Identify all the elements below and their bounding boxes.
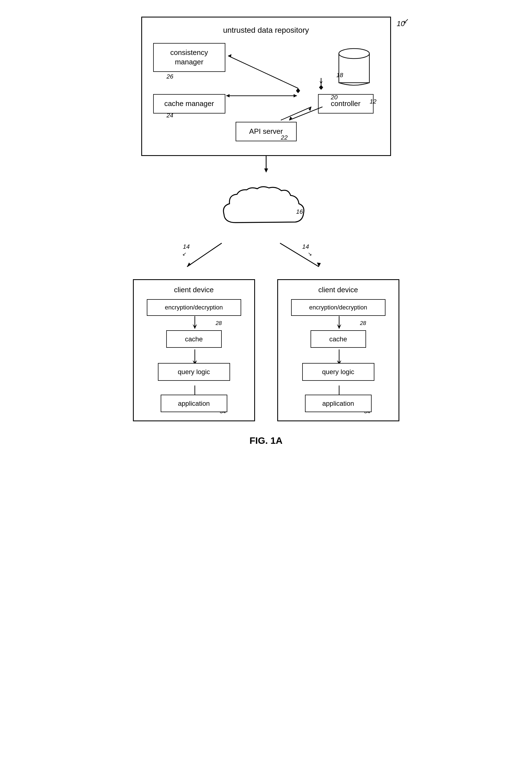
cache-label-1: cache [185, 335, 203, 343]
udr-to-network-arrow [252, 156, 280, 178]
svg-point-20 [339, 49, 369, 59]
enc-dec-label-1: encryption/decryption [165, 304, 223, 311]
client-device-1-label: client device [142, 286, 246, 294]
svg-text:14: 14 [183, 243, 190, 250]
svg-marker-25 [187, 263, 191, 267]
cache-box-1: cache [166, 330, 222, 348]
application-box-2: application [305, 395, 372, 412]
cache-box-2: cache [311, 330, 366, 348]
figure-label: FIG. 1A [249, 435, 283, 446]
cache-manager-box: cache manager [153, 94, 225, 114]
application-label-1: application [178, 400, 210, 407]
svg-text:16: 16 [296, 208, 303, 215]
client-device-2-label: client device [286, 286, 390, 294]
consistency-manager-label: consistencymanager [170, 48, 208, 66]
application-box-1: application [161, 395, 227, 412]
consistency-manager-box: consistencymanager [153, 43, 225, 72]
query-logic-box-1: query logic [158, 363, 230, 381]
network-cloud: 16 [213, 184, 319, 238]
svg-line-26 [280, 243, 319, 267]
cache-label-2: cache [329, 335, 347, 343]
client-device-1: client device 28 30 [133, 279, 255, 421]
clients-row: client device 28 30 [100, 279, 433, 421]
cloud-svg: 16 [213, 184, 319, 236]
udr-label: untrusted data repository [153, 26, 379, 35]
controller-box: controller [318, 94, 374, 114]
svg-text:↙: ↙ [182, 251, 186, 257]
client2-inner: encryption/decryption cache query logic … [286, 299, 390, 412]
enc-dec-box-2: encryption/decryption [291, 299, 385, 316]
api-server-box: API server [236, 122, 297, 141]
svg-marker-22 [264, 168, 268, 173]
api-server-label: API server [249, 127, 283, 135]
enc-dec-box-1: encryption/decryption [147, 299, 241, 316]
cache-manager-label: cache manager [164, 99, 214, 108]
svg-text:14: 14 [302, 243, 309, 250]
application-label-2: application [322, 400, 354, 407]
main-diagram: 10 ↙ untrusted data repository [72, 17, 460, 446]
svg-line-24 [187, 243, 222, 267]
client1-inner: encryption/decryption cache query logic … [142, 299, 246, 412]
cloud-to-clients-arrows: 14 ↙ 14 ↘ [141, 240, 391, 274]
client-device-2: client device 28 30 32 34 encryption/dec… [277, 279, 399, 421]
database-cylinder [335, 46, 374, 90]
controller-label: controller [331, 99, 360, 108]
query-logic-label-2: query logic [322, 368, 354, 376]
cylinder-svg [335, 46, 374, 89]
ref-10-arrow: ↙ [403, 17, 409, 25]
query-logic-box-2: query logic [302, 363, 374, 381]
svg-text:↘: ↘ [308, 251, 312, 257]
query-logic-label-1: query logic [178, 368, 210, 376]
svg-marker-10 [289, 117, 292, 120]
udr-box: untrusted data repository [141, 17, 391, 156]
enc-dec-label-2: encryption/decryption [309, 304, 367, 311]
